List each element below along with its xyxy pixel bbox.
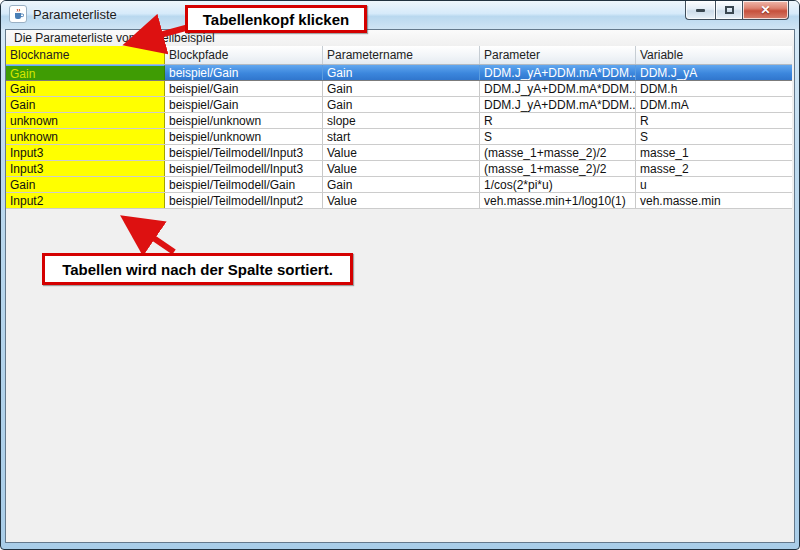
table-cell[interactable]: beispiel/Gain (165, 97, 323, 112)
table-cell[interactable]: Gain (323, 81, 480, 96)
table-row[interactable]: Gain beispiel/Teilmodell/Gain Gain 1/cos… (6, 177, 792, 193)
table-cell[interactable]: unknown (6, 113, 165, 128)
table-cell[interactable]: DDM.mA (636, 97, 792, 112)
column-header-parameter[interactable]: Parameter (480, 46, 636, 64)
table-cell[interactable]: Input3 (6, 161, 165, 176)
table-cell[interactable]: masse_2 (636, 161, 792, 176)
table-cell[interactable]: DDM.J_yA+DDM.mA*DDM.... (480, 81, 636, 96)
maximize-button[interactable] (715, 1, 743, 20)
table-cell[interactable]: Gain (6, 81, 165, 96)
table-cell[interactable]: Gain (323, 177, 480, 192)
table-cell[interactable]: beispiel/unknown (165, 129, 323, 144)
table-cell[interactable]: Value (323, 193, 480, 208)
table-cell[interactable]: DDM.J_yA+DDM.mA*DDM.... (480, 97, 636, 112)
subtitle-label: Die Parameterliste von Modellbeispiel (6, 30, 794, 46)
table-cell[interactable]: R (480, 113, 636, 128)
table-cell[interactable]: Input2 (6, 193, 165, 208)
table-cell[interactable]: start (323, 129, 480, 144)
column-header-parametername[interactable]: Parametername (323, 46, 480, 64)
table-cell[interactable]: Gain (6, 65, 165, 80)
table-cell[interactable]: beispiel/Gain (165, 81, 323, 96)
title-bar[interactable]: Parameterliste ✕ (1, 1, 799, 29)
table-cell[interactable]: 1/cos(2*pi*u) (480, 177, 636, 192)
table-cell[interactable]: Gain (6, 97, 165, 112)
close-icon: ✕ (760, 4, 770, 16)
table-cell[interactable]: beispiel/Teilmodell/Input2 (165, 193, 323, 208)
table-row[interactable]: unknown beispiel/unknown slope R R (6, 113, 792, 129)
table-row[interactable]: Gain beispiel/Gain Gain DDM.J_yA+DDM.mA*… (6, 81, 792, 97)
table-cell[interactable]: Gain (6, 177, 165, 192)
table-cell[interactable]: veh.masse.min (636, 193, 792, 208)
table-cell[interactable]: R (636, 113, 792, 128)
table-cell[interactable]: S (480, 129, 636, 144)
table-cell[interactable]: Gain (323, 65, 480, 80)
top-callout: Tabellenkopf klicken (185, 5, 367, 33)
parameter-table: Blockname Blockpfade Parametername Param… (6, 46, 792, 209)
table-row[interactable]: unknown beispiel/unknown start S S (6, 129, 792, 145)
table-cell[interactable]: masse_1 (636, 145, 792, 160)
table-cell[interactable]: beispiel/Teilmodell/Gain (165, 177, 323, 192)
table-cell[interactable]: slope (323, 113, 480, 128)
table-cell[interactable]: Gain (323, 97, 480, 112)
window-title: Parameterliste (33, 7, 117, 22)
table-cell[interactable]: Value (323, 145, 480, 160)
minimize-button[interactable] (685, 1, 715, 20)
table-cell[interactable]: beispiel/unknown (165, 113, 323, 128)
minimize-icon (696, 9, 705, 12)
table-cell[interactable]: DDM.h (636, 81, 792, 96)
table-header-row: Blockname Blockpfade Parametername Param… (6, 46, 792, 65)
table-row[interactable]: Gain beispiel/Gain Gain DDM.J_yA+DDM.mA*… (6, 65, 792, 81)
table-cell[interactable]: Input3 (6, 145, 165, 160)
table-cell[interactable]: beispiel/Teilmodell/Input3 (165, 145, 323, 160)
close-button[interactable]: ✕ (743, 1, 789, 20)
column-header-variable[interactable]: Variable (636, 46, 792, 64)
table-row[interactable]: Input3 beispiel/Teilmodell/Input3 Value … (6, 145, 792, 161)
column-header-blockname[interactable]: Blockname (6, 46, 165, 64)
table-row[interactable]: Input3 beispiel/Teilmodell/Input3 Value … (6, 161, 792, 177)
table-cell[interactable]: Value (323, 161, 480, 176)
java-app-icon (9, 5, 27, 23)
column-header-blockpfade[interactable]: Blockpfade (165, 46, 323, 64)
table-cell[interactable]: u (636, 177, 792, 192)
table-cell[interactable]: DDM.J_yA (636, 65, 792, 80)
table-cell[interactable]: S (636, 129, 792, 144)
table-cell[interactable]: (masse_1+masse_2)/2 (480, 145, 636, 160)
table-cell[interactable]: unknown (6, 129, 165, 144)
table-cell[interactable]: beispiel/Gain (165, 65, 323, 80)
bottom-callout: Tabellen wird nach der Spalte sortiert. (42, 253, 353, 285)
table-cell[interactable]: veh.masse.min+1/log10(1) (480, 193, 636, 208)
table-cell[interactable]: DDM.J_yA+DDM.mA*DDM.... (480, 65, 636, 80)
table-cell[interactable]: beispiel/Teilmodell/Input3 (165, 161, 323, 176)
maximize-icon (725, 6, 734, 14)
table-row[interactable]: Gain beispiel/Gain Gain DDM.J_yA+DDM.mA*… (6, 97, 792, 113)
content-area: Die Parameterliste von Modellbeispiel Bl… (5, 29, 795, 543)
table-row[interactable]: Input2 beispiel/Teilmodell/Input2 Value … (6, 193, 792, 209)
table-cell[interactable]: (masse_1+masse_2)/2 (480, 161, 636, 176)
